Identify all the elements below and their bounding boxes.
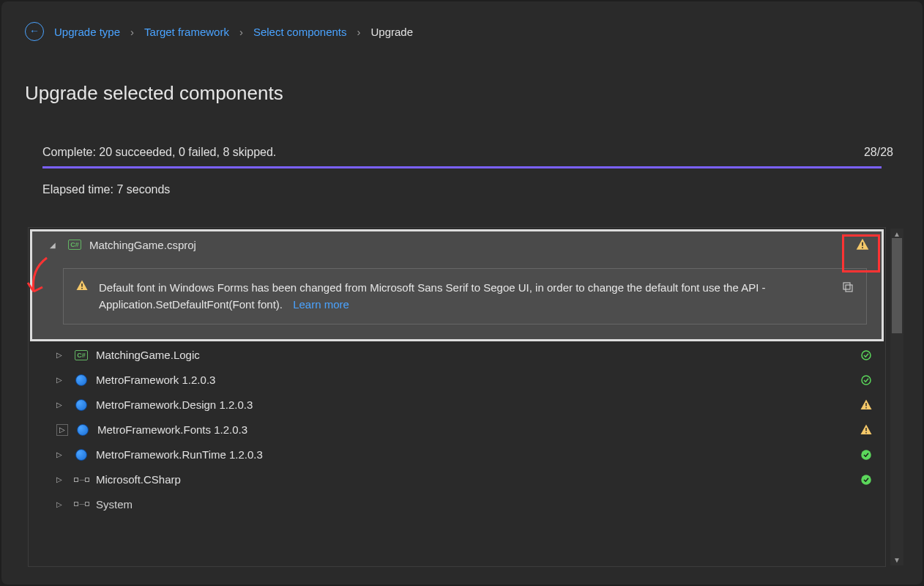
tree-item[interactable]: ▷MetroFramework.Design 1.2.0.3	[29, 393, 885, 418]
warning-icon	[854, 237, 871, 252]
svg-point-13	[861, 475, 871, 485]
success-icon	[860, 349, 873, 362]
tree-item-expanded-group: ◢ C# MatchingGame.csproj Default font in…	[30, 229, 884, 341]
tree-item-label: Microsoft.CSharp	[96, 473, 850, 486]
tree-item[interactable]: ◢ C# MatchingGame.csproj	[32, 231, 882, 258]
svg-rect-11	[865, 432, 867, 434]
tree-item-label: MatchingGame.Logic	[96, 349, 850, 361]
csproj-icon: C#	[75, 350, 88, 360]
svg-rect-10	[865, 428, 867, 431]
warning-message-box: Default font in Windows Forms has been c…	[63, 268, 867, 324]
progress-status-row: Complete: 20 succeeded, 0 failed, 8 skip…	[25, 146, 899, 159]
expand-icon[interactable]: ▷	[56, 376, 67, 384]
svg-rect-3	[81, 288, 83, 289]
svg-rect-4	[846, 285, 852, 292]
page-title: Upgrade selected components	[25, 82, 899, 105]
scroll-down-icon[interactable]: ▼	[893, 556, 901, 564]
svg-point-6	[862, 351, 871, 360]
warning-icon	[860, 423, 873, 437]
csproj-icon: C#	[67, 240, 82, 250]
tree-item[interactable]: ▷MetroFramework.Fonts 1.2.0.3	[29, 418, 885, 442]
tree-item[interactable]: ▷MetroFramework 1.2.0.3	[29, 368, 885, 393]
scroll-up-icon[interactable]: ▲	[893, 230, 901, 238]
expand-icon[interactable]: ▷	[56, 500, 67, 508]
tree-item-label: MetroFramework.RunTime 1.2.0.3	[96, 448, 850, 461]
chevron-right-icon: ›	[357, 26, 361, 38]
success-icon	[860, 448, 873, 461]
svg-point-12	[861, 450, 871, 460]
success-icon	[860, 473, 873, 486]
breadcrumb-link[interactable]: Upgrade type	[54, 26, 120, 38]
collapse-icon[interactable]: ◢	[50, 241, 60, 249]
scrollbar-track[interactable]	[890, 238, 903, 556]
results-tree: ◢ C# MatchingGame.csproj Default font in…	[28, 227, 886, 567]
progress-bar	[42, 166, 882, 168]
expand-icon[interactable]: ▷	[56, 351, 67, 359]
tree-item[interactable]: ▷—System	[29, 492, 885, 516]
breadcrumb-link[interactable]: Target framework	[144, 26, 229, 38]
expand-icon[interactable]: ▷	[56, 475, 67, 483]
svg-rect-1	[862, 247, 863, 248]
nuget-icon	[77, 424, 89, 436]
reference-icon: —	[74, 502, 89, 506]
tree-item[interactable]: ▷—Microsoft.CSharp	[29, 467, 885, 492]
svg-rect-0	[862, 242, 863, 246]
warning-icon	[860, 398, 873, 412]
progress-counter: 28/28	[864, 146, 893, 159]
copy-button[interactable]	[841, 279, 854, 296]
tree-item-label: System	[96, 498, 850, 511]
tree-item[interactable]: ▷MetroFramework.RunTime 1.2.0.3	[29, 442, 885, 467]
tree-item-label: MetroFramework.Design 1.2.0.3	[96, 398, 850, 411]
chevron-right-icon: ›	[239, 26, 243, 38]
svg-rect-9	[865, 407, 867, 409]
nuget-icon	[75, 399, 87, 411]
warning-icon	[75, 279, 89, 294]
nuget-icon	[75, 449, 87, 461]
nuget-icon	[75, 374, 87, 386]
elapsed-time: Elapsed time: 7 seconds	[42, 183, 899, 196]
progress-status-text: Complete: 20 succeeded, 0 failed, 8 skip…	[42, 146, 276, 159]
svg-rect-2	[81, 283, 83, 287]
scrollbar[interactable]: ▲ ▼	[890, 229, 903, 565]
breadcrumb-current: Upgrade	[371, 26, 414, 38]
expand-icon[interactable]: ▷	[56, 424, 68, 436]
expand-icon[interactable]: ▷	[56, 450, 67, 459]
success-icon	[860, 374, 873, 387]
expand-icon[interactable]: ▷	[56, 401, 67, 409]
tree-item-label: MetroFramework 1.2.0.3	[96, 374, 850, 386]
back-button[interactable]: ←	[25, 22, 44, 41]
tree-item-label: MetroFramework.Fonts 1.2.0.3	[97, 423, 850, 436]
copy-icon	[841, 281, 854, 294]
svg-point-7	[862, 376, 871, 385]
progress-bar-fill	[42, 166, 882, 168]
scrollbar-thumb[interactable]	[892, 238, 902, 333]
tree-item-label: MatchingGame.csproj	[89, 239, 846, 251]
arrow-left-icon: ←	[29, 25, 40, 37]
warning-message-text: Default font in Windows Forms has been c…	[99, 281, 766, 311]
tree-item[interactable]: ▷C#MatchingGame.Logic	[29, 343, 885, 368]
reference-icon: —	[74, 478, 89, 482]
svg-rect-8	[865, 403, 867, 407]
learn-more-link[interactable]: Learn more	[293, 298, 349, 311]
breadcrumb: ← Upgrade type › Target framework › Sele…	[25, 22, 899, 41]
breadcrumb-link[interactable]: Select components	[253, 26, 347, 38]
svg-rect-5	[843, 283, 850, 289]
chevron-right-icon: ›	[130, 26, 134, 38]
